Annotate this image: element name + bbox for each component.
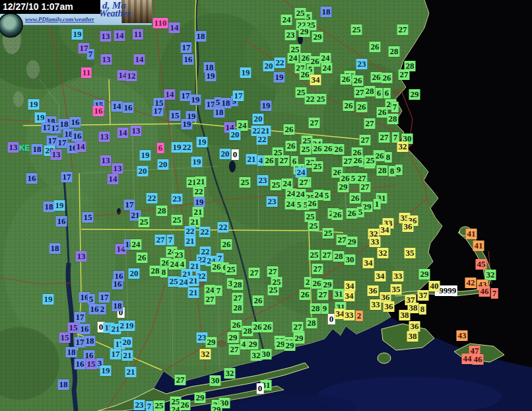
station-temp: 29 <box>228 332 239 343</box>
station-temp: 25 <box>172 215 183 225</box>
station-temp: 19 <box>190 94 201 105</box>
station-temp: 27 <box>298 177 310 188</box>
station-temp: 21 <box>195 176 207 187</box>
station-temp: 32 <box>485 270 496 280</box>
station-temp: 32 <box>224 368 236 379</box>
station-temp: 26 <box>343 100 354 111</box>
station-temp: 20 <box>230 130 241 140</box>
station-temp: 19 <box>28 99 40 110</box>
station-temp: 26 <box>377 107 388 118</box>
station-temp: 12 <box>126 71 137 81</box>
station-temp: 16 <box>56 216 67 227</box>
station-temp: 19 <box>140 150 151 161</box>
station-temp: 14 <box>164 89 176 100</box>
station-temp: 16 <box>123 102 134 113</box>
station-temp: 21 <box>188 276 199 286</box>
station-temp: 4 <box>179 259 186 270</box>
station-temp: 16 <box>70 117 81 128</box>
station-temp: 27 <box>317 289 329 300</box>
station-temp: 22 <box>199 227 211 237</box>
station-temp: 21 <box>125 367 137 377</box>
station-temp: 27 <box>309 118 320 128</box>
station-temp: 26 <box>300 289 311 300</box>
station-temp: 16 <box>75 359 86 369</box>
station-temp: 21 <box>193 207 204 217</box>
station-temp: 46 <box>473 354 484 365</box>
station-temp: 19 <box>240 67 251 78</box>
station-temp: 28 <box>364 86 376 96</box>
station-temp: 26 <box>332 209 343 220</box>
station-temp: 24 <box>288 53 299 63</box>
station-temp: 18 <box>50 243 61 254</box>
station-temp: 27 <box>155 235 166 245</box>
station-temp: 25 <box>365 155 376 166</box>
station-temp: 22 <box>305 94 316 104</box>
station-temp: 26 <box>382 73 393 83</box>
station-temp: 27 <box>205 294 216 305</box>
station-temp: 14 <box>114 30 125 41</box>
station-temp: 27 <box>267 266 279 277</box>
station-temp: 24 <box>281 15 292 25</box>
station-temp: 13 <box>51 149 62 160</box>
station-temp: 0 <box>257 383 264 394</box>
station-temp: 33 <box>370 299 382 310</box>
station-temp: 19 <box>72 29 83 40</box>
station-temp: 26 <box>253 295 264 306</box>
station-temp: 7 <box>491 288 498 299</box>
station-temp: 32 <box>378 248 389 258</box>
station-temp: 5 <box>357 207 364 217</box>
station-temp: 29 <box>206 337 217 348</box>
block-island <box>378 353 391 363</box>
station-temp: 25 <box>316 94 327 104</box>
station-temp: 27 <box>399 69 410 80</box>
station-temp: 16 <box>72 131 83 141</box>
station-temp: 24 <box>320 53 331 63</box>
station-temp: 22 <box>218 222 229 233</box>
station-temp: 19 <box>35 112 46 123</box>
station-temp: 19 <box>194 197 205 207</box>
station-temp: 25 <box>300 144 312 155</box>
station-temp: 30 <box>345 254 356 265</box>
station-temp: 26 <box>341 74 352 85</box>
station-temp: 29 <box>294 333 305 344</box>
station-temp: 22 <box>147 193 158 204</box>
station-temp: 18 <box>195 31 207 42</box>
station-temp: 27 <box>360 135 371 145</box>
station-temp: 26 <box>300 69 311 80</box>
station-temp: 34 <box>375 271 386 281</box>
station-temp: 18 <box>321 7 332 17</box>
station-temp: 25 <box>154 400 165 411</box>
station-temp: 27 <box>360 182 371 192</box>
station-temp: 26 <box>180 400 191 410</box>
station-temp: 26 <box>284 124 295 135</box>
station-temp: 27 <box>397 24 409 35</box>
station-temp: 43 <box>457 330 468 341</box>
station-temp: 8 <box>385 152 392 163</box>
station-temp: 20 <box>129 268 140 279</box>
station-temp: 21 <box>122 350 133 361</box>
station-temp: 11 <box>81 67 92 78</box>
station-temp: 26 <box>221 239 232 250</box>
station-temp: 26 <box>356 102 368 112</box>
station-temp: 19 <box>191 157 203 167</box>
station-temp: 5 <box>88 294 95 305</box>
station-temp: 27 <box>364 118 376 129</box>
station-temp: 18 <box>32 144 43 155</box>
station-temp: 14 <box>134 54 145 65</box>
station-temp: 25 <box>240 177 251 188</box>
station-temp: 33 <box>393 271 404 281</box>
station-temp: 16 <box>93 106 104 116</box>
station-temp: 17 <box>75 312 86 322</box>
station-temp: 7 <box>391 102 399 112</box>
station-temp: 28 <box>306 318 317 328</box>
station-temp: 7 <box>87 49 94 59</box>
station-temp: 26 <box>323 143 334 154</box>
station-temp: 18 <box>58 379 69 390</box>
station-temp: 45 <box>476 259 487 270</box>
station-temp: 110 <box>153 18 168 28</box>
station-temp: 6 <box>383 88 391 98</box>
station-temp: 33 <box>344 310 355 320</box>
station-temp: 27 <box>312 264 323 274</box>
station-temp: 27 <box>321 250 333 260</box>
station-temp: 22 <box>257 134 268 145</box>
